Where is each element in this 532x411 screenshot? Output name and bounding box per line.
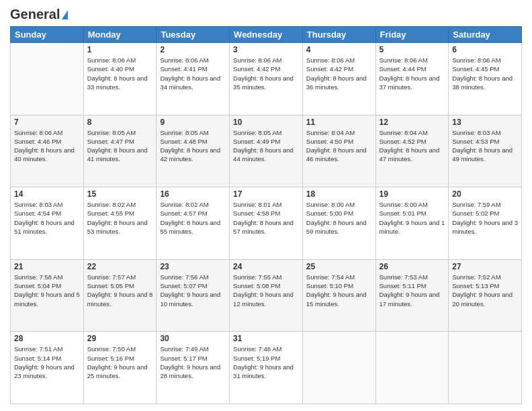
calendar-cell: 14 Sunrise: 8:03 AMSunset: 4:54 PMDaylig… bbox=[11, 187, 84, 260]
day-number: 3 bbox=[233, 45, 299, 54]
day-number: 2 bbox=[160, 45, 226, 54]
calendar-cell bbox=[449, 332, 522, 404]
day-number: 16 bbox=[160, 189, 226, 199]
calendar-cell: 25 Sunrise: 7:54 AMSunset: 5:10 PMDaylig… bbox=[302, 259, 375, 332]
day-number: 8 bbox=[87, 118, 153, 127]
week-row-4: 21 Sunrise: 7:58 AMSunset: 5:04 PMDaylig… bbox=[11, 259, 522, 332]
cell-content: Sunrise: 8:05 AMSunset: 4:48 PMDaylight:… bbox=[160, 128, 226, 164]
cell-content: Sunrise: 8:00 AMSunset: 5:00 PMDaylight:… bbox=[306, 200, 372, 236]
logo-arrow-icon bbox=[62, 10, 68, 19]
day-header-wednesday: Wednesday bbox=[230, 27, 303, 43]
cell-content: Sunrise: 7:57 AMSunset: 5:05 PMDaylight:… bbox=[87, 273, 153, 308]
day-number: 4 bbox=[306, 45, 372, 54]
calendar-cell: 6 Sunrise: 8:06 AMSunset: 4:45 PMDayligh… bbox=[449, 43, 522, 116]
day-number: 10 bbox=[233, 118, 299, 127]
cell-content: Sunrise: 8:06 AMSunset: 4:44 PMDaylight:… bbox=[380, 56, 445, 91]
cell-content: Sunrise: 8:06 AMSunset: 4:42 PMDaylight:… bbox=[306, 56, 372, 91]
day-header-monday: Monday bbox=[83, 27, 157, 43]
calendar-cell: 27 Sunrise: 7:52 AMSunset: 5:13 PMDaylig… bbox=[449, 259, 522, 332]
day-header-thursday: Thursday bbox=[302, 27, 375, 43]
cell-content: Sunrise: 8:06 AMSunset: 4:40 PMDaylight:… bbox=[87, 56, 153, 91]
calendar-cell: 21 Sunrise: 7:58 AMSunset: 5:04 PMDaylig… bbox=[11, 259, 84, 332]
calendar-cell: 8 Sunrise: 8:05 AMSunset: 4:47 PMDayligh… bbox=[83, 115, 157, 187]
week-row-5: 28 Sunrise: 7:51 AMSunset: 5:14 PMDaylig… bbox=[11, 332, 522, 404]
calendar-cell: 20 Sunrise: 7:59 AMSunset: 5:02 PMDaylig… bbox=[449, 187, 522, 260]
day-number: 20 bbox=[452, 189, 518, 199]
calendar-cell: 15 Sunrise: 8:02 AMSunset: 4:55 PMDaylig… bbox=[83, 187, 157, 260]
day-number: 23 bbox=[160, 262, 226, 271]
week-row-1: 1 Sunrise: 8:06 AMSunset: 4:40 PMDayligh… bbox=[11, 43, 522, 116]
day-number: 27 bbox=[452, 262, 518, 271]
cell-content: Sunrise: 8:06 AMSunset: 4:42 PMDaylight:… bbox=[233, 56, 299, 91]
day-header-friday: Friday bbox=[375, 27, 449, 43]
calendar-cell bbox=[302, 332, 375, 404]
calendar-cell: 7 Sunrise: 8:06 AMSunset: 4:46 PMDayligh… bbox=[11, 115, 84, 187]
cell-content: Sunrise: 8:02 AMSunset: 4:57 PMDaylight:… bbox=[160, 200, 226, 236]
cell-content: Sunrise: 7:54 AMSunset: 5:10 PMDaylight:… bbox=[306, 273, 372, 308]
calendar-cell: 18 Sunrise: 8:00 AMSunset: 5:00 PMDaylig… bbox=[302, 187, 375, 260]
calendar-cell: 23 Sunrise: 7:56 AMSunset: 5:07 PMDaylig… bbox=[157, 259, 230, 332]
calendar-cell: 10 Sunrise: 8:05 AMSunset: 4:49 PMDaylig… bbox=[230, 115, 303, 187]
day-number: 25 bbox=[306, 262, 372, 271]
day-header-row: SundayMondayTuesdayWednesdayThursdayFrid… bbox=[11, 27, 522, 43]
calendar-cell: 12 Sunrise: 8:04 AMSunset: 4:52 PMDaylig… bbox=[375, 115, 449, 187]
cell-content: Sunrise: 8:03 AMSunset: 4:54 PMDaylight:… bbox=[14, 200, 80, 236]
calendar-cell: 5 Sunrise: 8:06 AMSunset: 4:44 PMDayligh… bbox=[375, 43, 449, 116]
calendar-cell: 17 Sunrise: 8:01 AMSunset: 4:58 PMDaylig… bbox=[230, 187, 303, 260]
cell-content: Sunrise: 8:06 AMSunset: 4:41 PMDaylight:… bbox=[160, 56, 226, 91]
day-number: 13 bbox=[452, 118, 518, 127]
cell-content: Sunrise: 7:55 AMSunset: 5:08 PMDaylight:… bbox=[233, 273, 299, 308]
cell-content: Sunrise: 7:58 AMSunset: 5:04 PMDaylight:… bbox=[14, 273, 80, 308]
logo: General bbox=[10, 7, 68, 21]
day-number: 22 bbox=[87, 262, 153, 271]
calendar-cell bbox=[375, 332, 449, 404]
header: General bbox=[10, 7, 522, 21]
calendar-table: SundayMondayTuesdayWednesdayThursdayFrid… bbox=[10, 26, 522, 404]
day-number: 14 bbox=[14, 189, 80, 199]
calendar-cell: 30 Sunrise: 7:49 AMSunset: 5:17 PMDaylig… bbox=[157, 332, 230, 404]
cell-content: Sunrise: 7:51 AMSunset: 5:14 PMDaylight:… bbox=[14, 345, 80, 380]
calendar-cell: 2 Sunrise: 8:06 AMSunset: 4:41 PMDayligh… bbox=[157, 43, 230, 116]
day-number: 12 bbox=[380, 118, 445, 127]
cell-content: Sunrise: 8:01 AMSunset: 4:58 PMDaylight:… bbox=[233, 200, 299, 236]
calendar-cell: 13 Sunrise: 8:03 AMSunset: 4:53 PMDaylig… bbox=[449, 115, 522, 187]
day-number: 18 bbox=[306, 189, 372, 199]
week-row-2: 7 Sunrise: 8:06 AMSunset: 4:46 PMDayligh… bbox=[11, 115, 522, 187]
cell-content: Sunrise: 7:59 AMSunset: 5:02 PMDaylight:… bbox=[452, 200, 518, 236]
day-number: 5 bbox=[380, 45, 445, 54]
day-number: 17 bbox=[233, 189, 299, 199]
calendar-cell: 29 Sunrise: 7:50 AMSunset: 5:16 PMDaylig… bbox=[83, 332, 157, 404]
cell-content: Sunrise: 7:50 AMSunset: 5:16 PMDaylight:… bbox=[87, 345, 153, 380]
day-number: 19 bbox=[380, 189, 445, 199]
calendar-cell: 31 Sunrise: 7:48 AMSunset: 5:19 PMDaylig… bbox=[230, 332, 303, 404]
cell-content: Sunrise: 7:49 AMSunset: 5:17 PMDaylight:… bbox=[160, 345, 226, 380]
day-number: 15 bbox=[87, 189, 153, 199]
calendar-cell: 16 Sunrise: 8:02 AMSunset: 4:57 PMDaylig… bbox=[157, 187, 230, 260]
day-header-saturday: Saturday bbox=[449, 27, 522, 43]
cell-content: Sunrise: 7:56 AMSunset: 5:07 PMDaylight:… bbox=[160, 273, 226, 308]
cell-content: Sunrise: 8:04 AMSunset: 4:50 PMDaylight:… bbox=[306, 128, 372, 164]
cell-content: Sunrise: 7:53 AMSunset: 5:11 PMDaylight:… bbox=[380, 273, 445, 308]
day-number: 7 bbox=[14, 118, 80, 127]
calendar-cell: 22 Sunrise: 7:57 AMSunset: 5:05 PMDaylig… bbox=[83, 259, 157, 332]
cell-content: Sunrise: 8:04 AMSunset: 4:52 PMDaylight:… bbox=[380, 128, 445, 164]
day-header-tuesday: Tuesday bbox=[157, 27, 230, 43]
day-number: 29 bbox=[87, 334, 153, 343]
day-number: 1 bbox=[87, 45, 153, 54]
cell-content: Sunrise: 8:06 AMSunset: 4:45 PMDaylight:… bbox=[452, 56, 518, 91]
cell-content: Sunrise: 8:06 AMSunset: 4:46 PMDaylight:… bbox=[14, 128, 80, 164]
day-number: 21 bbox=[14, 262, 80, 271]
cell-content: Sunrise: 8:05 AMSunset: 4:47 PMDaylight:… bbox=[87, 128, 153, 164]
calendar-cell: 24 Sunrise: 7:55 AMSunset: 5:08 PMDaylig… bbox=[230, 259, 303, 332]
calendar-page: General SundayMondayTuesdayWednesdayThur… bbox=[0, 0, 532, 411]
calendar-cell: 4 Sunrise: 8:06 AMSunset: 4:42 PMDayligh… bbox=[302, 43, 375, 116]
day-number: 31 bbox=[233, 334, 299, 343]
calendar-cell: 26 Sunrise: 7:53 AMSunset: 5:11 PMDaylig… bbox=[375, 259, 449, 332]
day-number: 30 bbox=[160, 334, 226, 343]
day-number: 24 bbox=[233, 262, 299, 271]
calendar-cell bbox=[11, 43, 84, 116]
calendar-cell: 19 Sunrise: 8:00 AMSunset: 5:01 PMDaylig… bbox=[375, 187, 449, 260]
day-number: 26 bbox=[380, 262, 445, 271]
week-row-3: 14 Sunrise: 8:03 AMSunset: 4:54 PMDaylig… bbox=[11, 187, 522, 260]
cell-content: Sunrise: 8:00 AMSunset: 5:01 PMDaylight:… bbox=[380, 200, 445, 236]
